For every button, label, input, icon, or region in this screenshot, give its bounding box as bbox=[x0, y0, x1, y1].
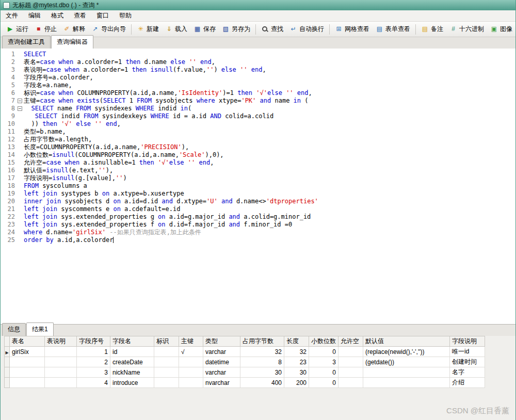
table-cell[interactable]: varchar bbox=[203, 347, 240, 357]
table-cell[interactable] bbox=[338, 378, 363, 388]
grid-view-button[interactable]: ⊞网格查看 bbox=[332, 23, 373, 35]
column-header[interactable]: 类型 bbox=[203, 336, 240, 347]
column-header[interactable]: 占用字节数 bbox=[240, 336, 284, 347]
column-header[interactable]: 允许空 bbox=[338, 336, 363, 347]
column-header[interactable]: 表名 bbox=[10, 336, 45, 347]
table-cell[interactable]: 2 bbox=[77, 357, 110, 367]
table-cell[interactable]: 400 bbox=[240, 378, 284, 388]
column-header[interactable]: 字段说明 bbox=[450, 336, 485, 347]
table-cell[interactable] bbox=[154, 378, 179, 388]
fold-collapse-icon[interactable]: − bbox=[18, 106, 22, 111]
table-cell[interactable]: 32 bbox=[240, 347, 284, 357]
table-cell[interactable]: 1 bbox=[77, 347, 110, 357]
table-cell[interactable] bbox=[338, 357, 363, 367]
menu-item-file[interactable]: 文件 bbox=[1, 10, 23, 21]
table-cell[interactable]: introduce bbox=[110, 378, 154, 388]
table-cell[interactable]: nvarchar bbox=[203, 378, 240, 388]
table-cell[interactable]: 0 bbox=[309, 347, 338, 357]
fold-gutter bbox=[17, 128, 24, 136]
table-cell[interactable]: 8 bbox=[240, 357, 284, 367]
column-header[interactable]: 主键 bbox=[179, 336, 203, 347]
table-cell[interactable]: (getdate()) bbox=[363, 357, 450, 367]
table-cell[interactable]: girlSix bbox=[10, 347, 45, 357]
table-cell[interactable]: id bbox=[110, 347, 154, 357]
table-cell[interactable]: 200 bbox=[284, 378, 309, 388]
load-button[interactable]: ⇓载入 bbox=[162, 23, 190, 35]
table-cell[interactable]: 0 bbox=[309, 367, 338, 378]
table-cell[interactable]: 名字 bbox=[450, 367, 485, 378]
tab-info[interactable]: 信息 bbox=[2, 323, 26, 336]
hex-button[interactable]: #十六进制 bbox=[446, 23, 487, 35]
table-cell[interactable] bbox=[154, 367, 179, 378]
explain-button[interactable]: ✐解释 bbox=[60, 23, 88, 35]
column-header[interactable]: 表说明 bbox=[45, 336, 77, 347]
menu-item-help[interactable]: 帮助 bbox=[114, 10, 137, 21]
table-cell[interactable] bbox=[179, 367, 203, 378]
table-cell[interactable] bbox=[154, 347, 179, 357]
form-view-button[interactable]: ▤表单查看 bbox=[373, 23, 413, 35]
table-cell[interactable]: 0 bbox=[309, 378, 338, 388]
sql-editor[interactable]: 1SELECT2表名=case when a.colorder=1 then d… bbox=[1, 49, 515, 324]
tab-query-builder[interactable]: 查询创建工具 bbox=[2, 36, 51, 49]
new-button[interactable]: ✳新建 bbox=[134, 23, 162, 35]
menu-item-window[interactable]: 窗口 bbox=[91, 10, 114, 21]
column-header[interactable]: 长度 bbox=[284, 336, 309, 347]
run-button[interactable]: ▶运行 bbox=[3, 23, 31, 35]
table-cell[interactable]: √ bbox=[179, 347, 203, 357]
save-as-button[interactable]: ▧另存为 bbox=[219, 23, 253, 35]
table-cell[interactable]: 介绍 bbox=[450, 378, 485, 388]
table-cell[interactable]: 3 bbox=[309, 357, 338, 367]
table-row[interactable]: 3nickNamevarchar30300名字 bbox=[5, 367, 485, 378]
table-cell[interactable] bbox=[363, 367, 450, 378]
column-header[interactable]: 字段序号 bbox=[77, 336, 110, 347]
table-cell[interactable]: createDate bbox=[110, 357, 154, 367]
stop-button[interactable]: ■停止 bbox=[31, 23, 60, 35]
menu-item-format[interactable]: 格式 bbox=[46, 10, 69, 21]
table-cell[interactable] bbox=[338, 347, 363, 357]
table-cell[interactable]: 30 bbox=[284, 367, 309, 378]
table-cell[interactable]: 30 bbox=[240, 367, 284, 378]
table-cell[interactable] bbox=[179, 378, 203, 388]
table-cell[interactable]: 4 bbox=[77, 378, 110, 388]
menu-item-edit[interactable]: 编辑 bbox=[23, 10, 46, 21]
table-cell[interactable]: varchar bbox=[203, 367, 240, 378]
table-cell[interactable] bbox=[45, 347, 77, 357]
table-row[interactable]: 4introducenvarchar4002000介绍 bbox=[5, 378, 485, 388]
table-cell[interactable] bbox=[338, 367, 363, 378]
column-header[interactable]: 标识 bbox=[154, 336, 179, 347]
table-cell[interactable] bbox=[45, 357, 77, 367]
save-button[interactable]: ▦保存 bbox=[190, 23, 219, 35]
auto-wrap-button[interactable]: ↵自动换行 bbox=[286, 23, 327, 35]
code-line: 20inner join sysobjects d on a.id=d.id a… bbox=[1, 198, 515, 205]
table-row[interactable]: ▶girlSix1id√varchar32320(replace(newid()… bbox=[5, 347, 485, 357]
table-cell[interactable]: 唯一id bbox=[450, 347, 485, 357]
table-cell[interactable]: 23 bbox=[284, 357, 309, 367]
table-cell[interactable]: nickName bbox=[110, 367, 154, 378]
column-header[interactable]: 字段名 bbox=[110, 336, 154, 347]
export-wizard-button[interactable]: ↗导出向导 bbox=[88, 23, 129, 35]
table-cell[interactable] bbox=[363, 378, 450, 388]
column-header[interactable]: 默认值 bbox=[363, 336, 450, 347]
table-cell[interactable]: 32 bbox=[284, 347, 309, 357]
table-cell[interactable]: datetime bbox=[203, 357, 240, 367]
menu-item-view[interactable]: 查看 bbox=[69, 10, 91, 21]
tab-query-editor[interactable]: 查询编辑器 bbox=[51, 35, 93, 49]
fold-collapse-icon[interactable]: − bbox=[18, 99, 22, 103]
table-row[interactable]: 2createDatedatetime8233(getdate())创建时间 bbox=[5, 357, 485, 367]
find-button[interactable]: 查找 bbox=[258, 23, 286, 35]
line-number: 10 bbox=[1, 120, 17, 128]
table-cell[interactable] bbox=[10, 378, 45, 388]
note-button[interactable]: ▤备注 bbox=[418, 23, 446, 35]
table-cell[interactable] bbox=[154, 357, 179, 367]
column-header[interactable]: 小数位数 bbox=[309, 336, 338, 347]
table-cell[interactable] bbox=[10, 367, 45, 378]
table-cell[interactable] bbox=[10, 357, 45, 367]
table-cell[interactable]: 创建时间 bbox=[450, 357, 485, 367]
table-cell[interactable] bbox=[179, 357, 203, 367]
table-cell[interactable] bbox=[45, 367, 77, 378]
image-button[interactable]: ▣图像 bbox=[487, 23, 515, 35]
table-cell[interactable]: (replace(newid(),'-','')) bbox=[363, 347, 450, 357]
tab-result1[interactable]: 结果1 bbox=[26, 322, 54, 336]
table-cell[interactable]: 3 bbox=[77, 367, 110, 378]
table-cell[interactable] bbox=[45, 378, 77, 388]
